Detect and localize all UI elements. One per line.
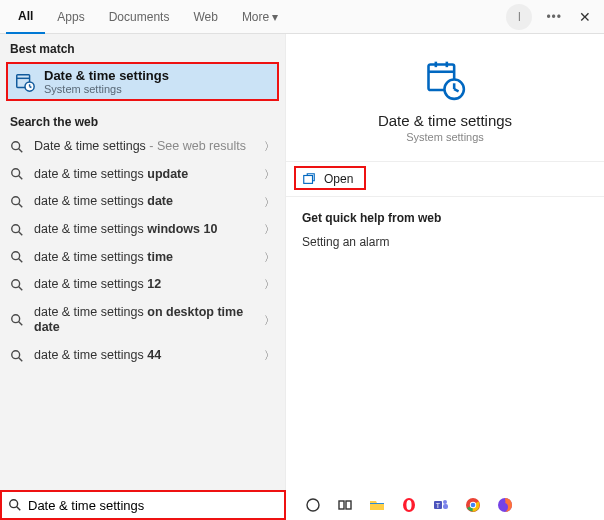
search-input[interactable] (28, 498, 278, 513)
web-result-text: date & time settings update (34, 167, 256, 183)
chevron-right-icon: 〉 (264, 250, 275, 265)
search-icon (10, 223, 26, 237)
quick-help-heading: Get quick help from web (302, 211, 588, 225)
chevron-right-icon: 〉 (264, 195, 275, 210)
svg-point-17 (12, 315, 20, 323)
svg-rect-32 (339, 501, 344, 509)
svg-point-7 (12, 169, 20, 177)
open-icon (302, 172, 316, 186)
chevron-down-icon: ▾ (272, 10, 278, 24)
best-match-subtitle: System settings (44, 83, 169, 95)
web-result-item[interactable]: date & time settings on desktop time dat… (0, 299, 285, 342)
svg-point-13 (12, 252, 20, 260)
web-result-text: date & time settings windows 10 (34, 222, 256, 238)
svg-point-38 (443, 500, 447, 504)
more-options-button[interactable]: ••• (546, 10, 562, 24)
web-result-text: date & time settings 12 (34, 277, 256, 293)
opera-icon[interactable] (400, 496, 418, 514)
svg-line-6 (19, 149, 23, 153)
search-icon (10, 250, 26, 264)
svg-text:T: T (436, 502, 441, 509)
chrome-icon[interactable] (464, 496, 482, 514)
chevron-right-icon: 〉 (264, 139, 275, 154)
web-search-label: Search the web (0, 107, 285, 133)
tab-apps[interactable]: Apps (45, 0, 96, 34)
chevron-right-icon: 〉 (264, 167, 275, 182)
svg-point-9 (12, 197, 20, 205)
best-match-item[interactable]: Date & time settings System settings (6, 62, 279, 101)
tab-more[interactable]: More ▾ (230, 0, 290, 34)
web-result-text: date & time settings time (34, 250, 256, 266)
search-icon (10, 349, 26, 363)
svg-line-8 (19, 176, 23, 180)
chevron-right-icon: 〉 (264, 277, 275, 292)
best-match-label: Best match (0, 34, 285, 60)
web-result-item[interactable]: date & time settings 44〉 (0, 342, 285, 370)
search-box[interactable] (0, 490, 286, 520)
preview-pane: Date & time settings System settings Ope… (286, 34, 604, 490)
web-result-item[interactable]: date & time settings 12〉 (0, 271, 285, 299)
task-view-icon[interactable] (336, 496, 354, 514)
open-button[interactable]: Open (296, 168, 369, 190)
search-icon (10, 140, 26, 154)
web-result-item[interactable]: date & time settings time〉 (0, 244, 285, 272)
svg-line-10 (19, 204, 23, 208)
svg-line-12 (19, 231, 23, 235)
search-icon (10, 195, 26, 209)
search-tabs: All Apps Documents Web More ▾ I ••• ✕ (0, 0, 604, 34)
web-result-item[interactable]: date & time settings date〉 (0, 188, 285, 216)
search-icon (10, 167, 26, 181)
help-link-alarm[interactable]: Setting an alarm (302, 235, 588, 249)
search-icon (10, 313, 26, 327)
chevron-right-icon: 〉 (264, 348, 275, 363)
svg-rect-33 (346, 501, 351, 509)
tab-web[interactable]: Web (181, 0, 229, 34)
svg-line-18 (19, 322, 23, 326)
svg-point-31 (307, 499, 319, 511)
svg-point-15 (12, 280, 20, 288)
web-result-item[interactable]: date & time settings update〉 (0, 161, 285, 189)
preview-subtitle: System settings (406, 131, 484, 143)
svg-rect-28 (304, 176, 313, 184)
taskbar-area: T (0, 490, 604, 520)
results-pane: Best match Date & time settings System s… (0, 34, 286, 490)
svg-line-30 (17, 507, 21, 511)
web-results-list: Date & time settings - See web results〉d… (0, 133, 285, 370)
svg-line-20 (19, 358, 23, 362)
svg-line-16 (19, 287, 23, 291)
svg-line-14 (19, 259, 23, 263)
svg-line-4 (30, 86, 32, 87)
open-label: Open (324, 172, 353, 186)
best-match-title: Date & time settings (44, 68, 169, 83)
svg-rect-39 (443, 504, 448, 509)
cortana-icon[interactable] (304, 496, 322, 514)
web-result-text: date & time settings date (34, 194, 256, 210)
user-avatar[interactable]: I (506, 4, 532, 30)
close-button[interactable]: ✕ (570, 9, 600, 25)
web-result-item[interactable]: Date & time settings - See web results〉 (0, 133, 285, 161)
taskbar-tray: T (286, 496, 604, 514)
calendar-clock-icon (423, 58, 467, 102)
svg-point-35 (406, 500, 411, 510)
calendar-clock-icon (14, 71, 36, 93)
svg-point-5 (12, 142, 20, 150)
search-icon (10, 278, 26, 292)
tab-documents[interactable]: Documents (97, 0, 182, 34)
svg-point-19 (12, 351, 20, 359)
web-result-text: Date & time settings - See web results (34, 139, 256, 155)
explorer-icon[interactable] (368, 496, 386, 514)
svg-point-42 (471, 503, 476, 508)
search-icon (8, 498, 22, 512)
chevron-right-icon: 〉 (264, 313, 275, 328)
svg-point-11 (12, 224, 20, 232)
web-result-text: date & time settings 44 (34, 348, 256, 364)
tab-all[interactable]: All (6, 0, 45, 34)
tab-more-label: More (242, 10, 269, 24)
preview-title: Date & time settings (378, 112, 512, 129)
chevron-right-icon: 〉 (264, 222, 275, 237)
web-result-item[interactable]: date & time settings windows 10〉 (0, 216, 285, 244)
svg-point-29 (10, 500, 18, 508)
firefox-icon[interactable] (496, 496, 514, 514)
teams-icon[interactable]: T (432, 496, 450, 514)
web-result-text: date & time settings on desktop time dat… (34, 305, 256, 336)
